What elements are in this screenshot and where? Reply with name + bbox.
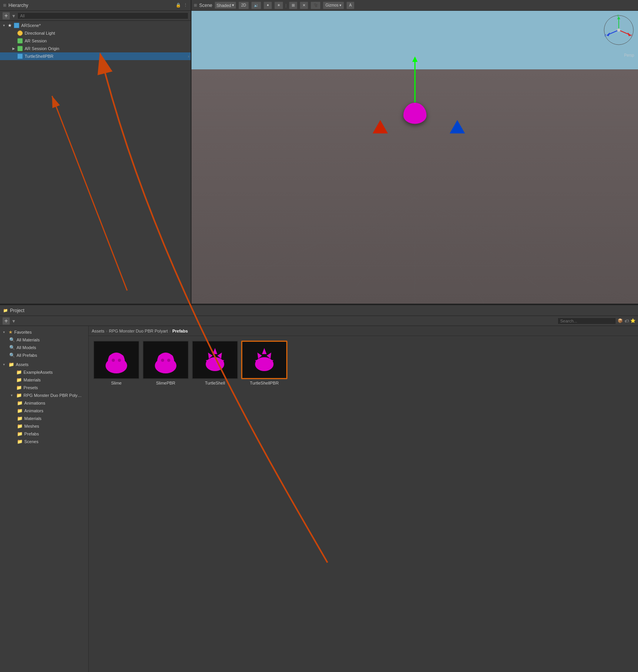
project-content: Assets › RPG Monster Duo PBR Polyart › P… xyxy=(89,326,638,672)
hierarchy-item-ar-session[interactable]: ▶ AR Session xyxy=(0,37,191,45)
star-icon: ★ xyxy=(8,23,12,28)
materials2-folder-icon: 📁 xyxy=(17,416,23,421)
slime-object xyxy=(403,103,426,124)
more-icon[interactable]: ⋮ xyxy=(183,3,188,8)
animations-folder-icon: 📁 xyxy=(17,400,23,406)
asset-thumb-turtleshell xyxy=(192,341,238,379)
project-add-button[interactable]: + xyxy=(2,317,10,325)
materials2-label: Materials xyxy=(24,416,42,421)
scene-panel: ⊞ Scene Shaded ▾ 2D 🔉 ✦ ☀ | ⊞ ✕ 🎥 Gizmos… xyxy=(191,0,638,304)
project-dropdown-arrow-icon[interactable]: ▾ xyxy=(12,318,15,324)
all-prefabs-label: All Prefabs xyxy=(17,353,37,358)
sidebar-item-scenes[interactable]: 📁 Scenes xyxy=(0,438,88,445)
scene-toolbar: ⊞ Scene Shaded ▾ 2D 🔉 ✦ ☀ | ⊞ ✕ 🎥 Gizmos… xyxy=(191,0,638,11)
hierarchy-item-directional-light[interactable]: ▶ Directional Light xyxy=(0,29,191,37)
presets-label: Presets xyxy=(24,385,38,390)
red-axis-indicator xyxy=(373,120,388,134)
scene-a-btn[interactable]: A xyxy=(346,2,354,9)
asset-label-slimepbr: SlimePBR xyxy=(156,381,175,385)
asset-item-slimepbr[interactable]: SlimePBR xyxy=(143,341,189,385)
breadcrumb-sep1: › xyxy=(106,329,107,333)
project-toolbar: + ▾ 📦 🏷 ⭐ xyxy=(0,316,638,326)
scene-more-btn[interactable]: ✕ xyxy=(300,2,308,9)
svg-point-29 xyxy=(617,29,620,32)
asset-label-turtleshell: TurtleShell xyxy=(205,381,225,385)
svg-text:y: y xyxy=(617,15,619,17)
prefabs-label: Prefabs xyxy=(24,432,39,436)
assets-header[interactable]: ▾ 📁 Assets xyxy=(0,361,88,368)
scene-lighting-toggle[interactable]: ☀ xyxy=(274,2,283,9)
scene-grid-svg xyxy=(191,99,638,304)
project-search-input[interactable] xyxy=(557,318,616,324)
sidebar-item-all-models[interactable]: 🔍 All Models xyxy=(0,344,88,351)
svg-line-14 xyxy=(415,197,638,304)
svg-text:z: z xyxy=(604,33,606,37)
scene-objects-container xyxy=(403,103,426,124)
sidebar-item-materials[interactable]: ▶ 📁 Materials xyxy=(0,376,88,384)
prefabs-folder-icon: 📁 xyxy=(17,431,23,437)
sidebar-item-animations[interactable]: 📁 Animations xyxy=(0,399,88,407)
sidebar-item-presets[interactable]: ▶ 📁 Presets xyxy=(0,384,88,391)
dropdown-arrow-icon[interactable]: ▾ xyxy=(12,13,15,19)
hierarchy-toolbar: + ▾ xyxy=(0,11,191,21)
all-materials-label: All Materials xyxy=(17,338,40,342)
scene-fx-btn[interactable]: ✦ xyxy=(264,2,272,9)
hierarchy-content: ▾ ★ ARScene* ▶ Directional Light ▶ xyxy=(0,21,191,304)
asset-item-turtleshellpbr[interactable]: TurtleShellPBR xyxy=(241,341,287,385)
search-icon-prefabs: 🔍 xyxy=(9,353,15,358)
ar-icon-session xyxy=(17,38,23,44)
scene-cam-btn[interactable]: 🎥 xyxy=(311,2,321,9)
asset-item-turtleshell[interactable]: TurtleShell xyxy=(192,341,238,385)
turtleshellpbr-svg xyxy=(249,346,280,375)
sidebar-item-all-materials[interactable]: 🔍 All Materials xyxy=(0,336,88,344)
chevron-right-icon: › xyxy=(188,54,189,59)
favorites-star-icon: ★ xyxy=(8,329,13,335)
hierarchy-item-arscene[interactable]: ▾ ★ ARScene* xyxy=(0,22,191,29)
breadcrumb-assets[interactable]: Assets xyxy=(92,329,104,333)
scene-viewport[interactable]: Persp y x z xyxy=(191,11,638,304)
sidebar-item-example-assets[interactable]: ▶ 📁 ExampleAssets xyxy=(0,368,88,376)
hierarchy-add-button[interactable]: + xyxy=(2,12,10,20)
sidebar-item-rpg-monster[interactable]: ▾ 📁 RPG Monster Duo PBR Poly… xyxy=(0,391,88,399)
svg-marker-16 xyxy=(412,57,418,62)
favorites-icon[interactable]: ⭐ xyxy=(630,318,636,323)
cube-icon-turtleshell xyxy=(17,53,23,59)
scene-audio-btn[interactable]: 🔉 xyxy=(251,2,261,9)
hierarchy-item-turtleshell[interactable]: ▶ TurtleShellPBR › xyxy=(0,52,191,60)
svg-line-9 xyxy=(269,197,415,304)
svg-line-26 xyxy=(608,30,619,35)
hierarchy-search-input[interactable] xyxy=(17,12,188,19)
breadcrumb-prefabs[interactable]: Prefabs xyxy=(172,329,188,333)
svg-line-8 xyxy=(191,197,415,304)
meshes-folder-icon: 📁 xyxy=(17,423,23,429)
sidebar-item-prefabs[interactable]: 📁 Prefabs xyxy=(0,430,88,438)
project-title: Project xyxy=(10,308,24,313)
scene-2d-btn[interactable]: 2D xyxy=(238,2,249,9)
breadcrumb-rpg-monster[interactable]: RPG Monster Duo PBR Polyart xyxy=(109,329,168,333)
filter-icon[interactable]: 🏷 xyxy=(625,319,629,323)
shaded-dropdown[interactable]: Shaded ▾ xyxy=(215,2,236,9)
hierarchy-item-ar-session-origin[interactable]: ▶ AR Session Origin xyxy=(0,45,191,52)
lock-icon[interactable]: 🔒 xyxy=(176,3,181,8)
gizmos-dropdown[interactable]: Gizmos ▾ xyxy=(323,2,344,9)
directional-light-label: Directional Light xyxy=(25,31,55,35)
slime-svg xyxy=(101,346,132,375)
animators-folder-icon: 📁 xyxy=(17,408,23,413)
scenes-label: Scenes xyxy=(24,439,39,444)
scene-grid-btn[interactable]: ⊞ xyxy=(289,2,297,9)
animators-label: Animators xyxy=(24,408,44,413)
svg-point-34 xyxy=(112,359,115,362)
search-icon-materials: 🔍 xyxy=(9,337,15,343)
sidebar-item-meshes[interactable]: 📁 Meshes xyxy=(0,422,88,430)
favorites-header[interactable]: ▾ ★ Favorites xyxy=(0,328,88,336)
svg-line-23 xyxy=(619,30,630,35)
sidebar-item-all-prefabs[interactable]: 🔍 All Prefabs xyxy=(0,351,88,359)
presets-folder-icon: 📁 xyxy=(16,385,22,390)
svg-line-13 xyxy=(415,197,561,304)
expand-arrow-arsessionorigin: ▶ xyxy=(12,47,17,50)
expand-arrow-arscene: ▾ xyxy=(3,24,8,27)
asset-item-slime[interactable]: Slime xyxy=(93,341,139,385)
packages-icon[interactable]: 📦 xyxy=(618,318,623,323)
sidebar-item-materials2[interactable]: 📁 Materials xyxy=(0,415,88,422)
sidebar-item-animators[interactable]: 📁 Animators xyxy=(0,407,88,415)
